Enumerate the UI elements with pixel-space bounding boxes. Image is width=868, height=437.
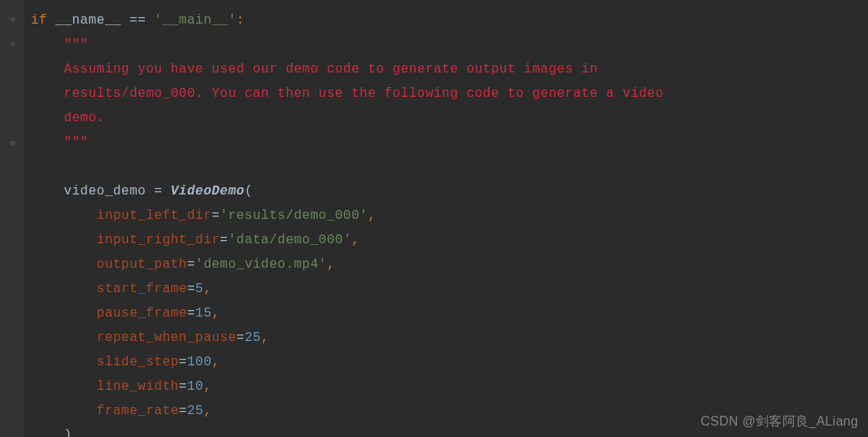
equals: = — [179, 355, 187, 369]
docstring-line: results/demo_000. You can then use the f… — [63, 86, 663, 101]
gutter: ⊖ ⊖ ⊖ — [0, 0, 24, 437]
param-value: 'demo_video.mp4' — [195, 257, 327, 272]
param-name: input_left_dir — [97, 208, 212, 223]
param-value: 25 — [245, 330, 261, 345]
param-value: 'results/demo_000' — [220, 208, 368, 223]
comma: , — [203, 379, 212, 394]
fold-icon[interactable]: ⊖ — [8, 39, 18, 49]
code-content[interactable]: if __name__ == '__main__': """ Assuming … — [24, 0, 868, 437]
fold-icon[interactable]: ⊖ — [8, 138, 18, 148]
comma: , — [327, 257, 335, 272]
equals: = — [237, 330, 245, 345]
watermark: CSDN @剑客阿良_ALiang — [700, 413, 858, 430]
equals: = — [179, 404, 187, 418]
equals: = — [179, 379, 187, 394]
param-name: input_right_dir — [97, 233, 220, 247]
equals: = — [187, 257, 195, 272]
dunder-name: __name__ — [55, 13, 121, 28]
param-name: line_width — [97, 379, 179, 394]
string-main: '__main__' — [155, 13, 237, 28]
equals: = — [187, 306, 195, 321]
param-name: repeat_when_pause — [97, 330, 237, 345]
param-name: pause_frame — [97, 306, 187, 321]
equality-op: == — [129, 13, 146, 28]
equals: = — [187, 282, 195, 296]
param-value: 100 — [187, 355, 212, 369]
param-value: 'data/demo_000' — [228, 233, 351, 247]
comma: , — [351, 233, 360, 247]
comma: , — [203, 282, 212, 296]
docstring-line: demo. — [63, 111, 105, 125]
comma: , — [203, 404, 212, 418]
variable: video_demo — [63, 184, 146, 199]
fold-icon[interactable]: ⊖ — [8, 15, 18, 24]
comma: , — [212, 306, 220, 321]
class-name: VideoDemo — [171, 184, 245, 199]
docstring-open: """ — [63, 37, 88, 52]
equals: = — [212, 208, 220, 223]
keyword-if: if — [31, 13, 47, 28]
colon: : — [237, 13, 245, 28]
open-paren: ( — [245, 184, 253, 199]
assign-op: = — [146, 184, 170, 199]
docstring-line: Assuming you have used our demo code to … — [63, 62, 598, 76]
comma: , — [261, 330, 269, 345]
param-value: 15 — [195, 306, 212, 321]
comma: , — [368, 208, 376, 223]
param-name: slide_step — [97, 355, 179, 369]
comma: , — [212, 355, 220, 369]
docstring-close: """ — [63, 135, 88, 150]
param-name: start_frame — [97, 282, 187, 296]
param-value: 5 — [195, 282, 203, 296]
param-value: 25 — [187, 404, 203, 418]
param-value: 10 — [187, 379, 203, 394]
param-name: output_path — [97, 257, 187, 272]
code-editor[interactable]: ⊖ ⊖ ⊖ if __name__ == '__main__': """ Ass… — [0, 0, 868, 437]
param-name: frame_rate — [97, 404, 179, 418]
close-paren: ) — [63, 428, 72, 437]
equals: = — [220, 233, 228, 247]
